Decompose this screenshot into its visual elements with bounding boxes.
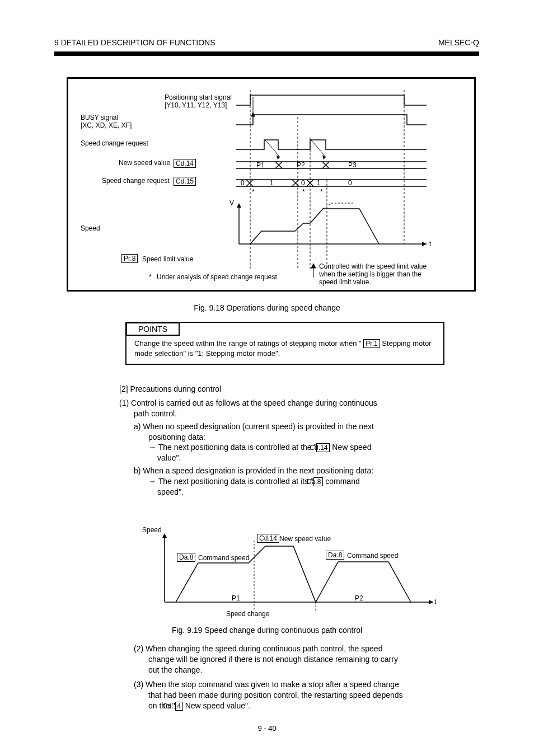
item-1b-arrow-pre: → The next positioning data is controlle… [148,477,313,486]
figure-9-19: Speed Da.8 Command speed Cd.14 New speed… [142,524,444,619]
item-1-pre: Control is carried out as follows at the… [131,398,377,418]
fig2-da8: Da.8 [177,553,195,562]
box-cd14-c: Cd.14 [175,702,183,711]
label-pr8: Speed limit value [142,255,193,263]
cd15-val-1b: 1 [317,179,321,187]
note-star: Under analysis of speed change request [157,273,277,281]
label-v: V [229,199,234,207]
label-speed: Speed [81,224,100,232]
item-1b-roman: b) [134,466,140,475]
label-speed-change-req: Speed change request [81,139,148,147]
svg-marker-27 [237,203,241,208]
item-3: (3) When the stop command was given to m… [134,679,462,711]
box-pr1: Pr.1 [363,339,380,348]
box-pr8: Pr.8 [121,254,138,263]
label-cd14-pre: New speed value [119,159,170,167]
cd15-val-0a: 0 [241,179,245,187]
fig2-t: t [434,598,436,605]
item-1a-text: When no speed designation (current speed… [143,422,373,442]
label-pos-start: Positioning start signal [Y10, Y11, Y12,… [81,93,232,109]
header-section: 9 DETAILED DESCRIPTION OF FUNCTIONS [54,38,216,47]
item-1a: a) When no speed designation (current sp… [119,421,449,443]
fig-9-19-caption: Fig. 9.19 Speed change during continuous… [0,626,534,635]
item-1a-arrow: → The next positioning data is controlle… [119,442,449,463]
section-2-heading: [2] Precautions during control [119,384,449,395]
fig2-p2: P2 [355,594,363,602]
box-cd14-a: Cd.14 [316,443,330,452]
fig2-p1: P1 [232,594,240,602]
item-1a-roman: a) [134,422,140,431]
fig2-speed-change: Speed change [226,610,269,618]
fig-9-18-caption: Fig. 9.18 Operations during speed change [0,303,534,312]
arrow-note: Controlled with the speed limit value wh… [319,262,427,286]
note-ast: * [149,273,152,281]
label-pos-start-txt: Positioning start signal [Y10, Y11, Y12,… [165,93,232,109]
item-1: (1) Control is carried out as follows at… [119,398,449,419]
ast3: * [320,188,323,196]
fig2-cmd-speed: Command speed [198,554,249,562]
item-3-num: (3) [134,680,143,689]
item-1b-arrow: → The next positioning data is controlle… [119,476,449,497]
ast1: * [252,188,255,196]
points-body-pre: Change the speed within the range of rat… [134,339,362,348]
item-1b: b) When a speed designation is provided … [119,466,449,476]
label-busy: BUSY signal [XC, XD, XE, XF] [81,114,132,129]
points-title: POINTS [126,322,180,336]
section-2: [2] Precautions during control (1) Contr… [119,384,449,497]
header-page-title: MELSEC-Q [438,38,479,47]
svg-marker-8 [277,155,280,159]
item-1b-text: When a speed designation is provided in … [143,466,373,475]
svg-marker-31 [429,600,433,604]
cd15-val-0c: 0 [348,179,352,187]
fig2-speed-label: Speed [142,526,162,534]
svg-marker-9 [322,155,326,159]
fig2-cd14: Cd.14 [257,534,279,543]
cd15-val-1a: 1 [270,179,274,187]
item-2-num: (2) [134,644,143,653]
ast2: * [302,188,305,196]
label-cd15-pre: Speed change request [102,177,170,185]
box-da8: Da.8 [313,477,323,486]
cd14-val-p1: P1 [256,161,265,169]
item-2-text: When changing the speed during continuou… [146,644,398,674]
item-3-text-post: New speed value". [183,701,250,710]
header-rule [54,51,479,56]
box-cd15: Cd.15 [174,177,196,186]
fig2-new-speed: New speed value [279,535,331,543]
label-t: t [429,240,431,248]
item-2: (2) When changing the speed during conti… [134,644,462,675]
label-busy-txt: BUSY signal [XC, XD, XE, XF] [81,114,132,129]
item-1a-arrow-pre: → The next positioning data is controlle… [148,443,316,452]
figure-9-18-frame: Positioning start signal [Y10, Y11, Y12,… [67,77,476,292]
box-cd14: Cd.14 [174,159,196,168]
fig2-da8-b: Da.8 [326,551,344,560]
svg-marker-25 [422,242,427,246]
fig2-cmd-speed-b: Command speed [347,552,398,560]
footer-page-number: 9 - 40 [0,724,534,732]
cd14-val-p2: P2 [297,161,305,169]
cd14-val-p3: P3 [348,161,357,169]
svg-marker-33 [162,533,167,538]
svg-marker-29 [311,264,316,268]
points-box: POINTS Change the speed within the range… [125,322,444,365]
item-1-num: (1) [119,398,129,407]
cd15-val-0b: 0 [301,179,305,187]
